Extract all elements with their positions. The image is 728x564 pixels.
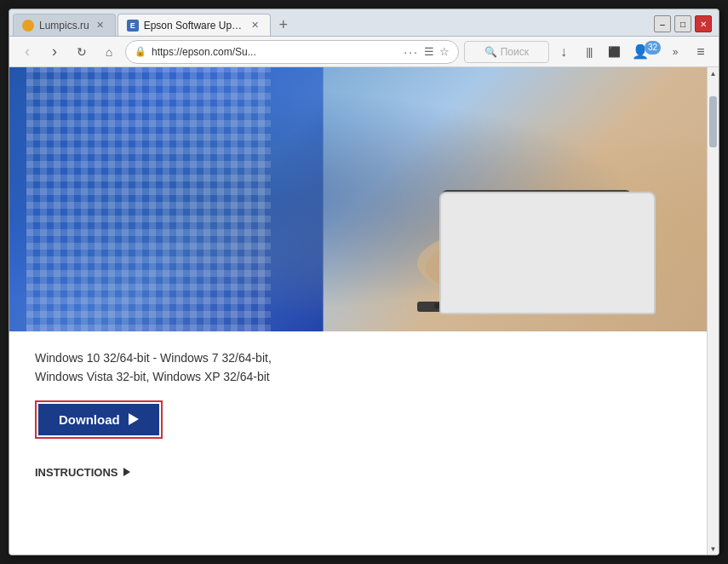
search-icon: 🔍 Поиск <box>464 41 549 63</box>
svg-rect-1 <box>450 198 623 291</box>
tab-favicon-lumpics <box>22 20 34 32</box>
home-button[interactable]: ⌂ <box>98 41 120 63</box>
page-content: Windows 10 32/64-bit - Windows 7 32/64-b… <box>9 67 719 555</box>
tab-lumpics[interactable]: Lumpics.ru ✕ <box>13 14 116 36</box>
shirt-pattern <box>26 67 271 331</box>
instructions-link[interactable]: INSTRUCTIONS <box>35 466 681 479</box>
maximize-button[interactable]: □ <box>674 15 691 32</box>
content-body: Windows 10 32/64-bit - Windows 7 32/64-b… <box>9 331 707 496</box>
tab-group: Lumpics.ru ✕ E Epson Software Updater | … <box>13 14 654 36</box>
nav-bar: ‹ › ↻ ⌂ 🔒 https://epson.com/Su... ··· ☰ … <box>9 37 719 67</box>
scrollbar-down-arrow[interactable]: ▼ <box>708 543 719 555</box>
reader-nav-icon[interactable]: ⬛ <box>604 41 626 63</box>
download-button[interactable]: Download <box>38 404 159 435</box>
tab-close-lumpics[interactable]: ✕ <box>95 20 106 32</box>
bookmark-icon[interactable]: ☆ <box>439 45 450 58</box>
tab-label-lumpics: Lumpics.ru <box>39 20 89 32</box>
svg-rect-2 <box>417 302 656 312</box>
laptop-graphic <box>409 182 664 319</box>
address-more-icon[interactable]: ··· <box>404 45 419 59</box>
search-glass-icon: 🔍 <box>484 46 497 58</box>
tab-epson[interactable]: E Epson Software Updater | Epson... ✕ <box>118 14 271 36</box>
svg-point-6 <box>519 239 639 287</box>
instructions-label: INSTRUCTIONS <box>35 466 118 479</box>
minimize-button[interactable]: – <box>654 15 671 32</box>
svg-rect-0 <box>443 191 630 302</box>
tab-label-epson: Epson Software Updater | Epson... <box>144 20 244 32</box>
pocket-icon[interactable]: ☰ <box>424 45 434 58</box>
instructions-arrow-icon <box>123 468 130 476</box>
address-bar[interactable]: 🔒 https://epson.com/Su... ··· ☰ ☆ <box>125 40 459 64</box>
extensions-badge: 32 <box>645 41 661 55</box>
title-bar: Lumpics.ru ✕ E Epson Software Updater | … <box>9 9 719 37</box>
scrollbar[interactable]: ▲ ▼ <box>707 67 719 555</box>
svg-point-4 <box>417 225 639 302</box>
download-button-wrapper: Download <box>35 400 163 439</box>
download-button-label: Download <box>59 412 120 427</box>
library-nav-icon[interactable]: ||| <box>578 41 600 63</box>
scrollable-content: Windows 10 32/64-bit - Windows 7 32/64-b… <box>9 67 707 555</box>
scrollbar-thumb[interactable] <box>709 96 717 147</box>
download-nav-icon[interactable]: ↓ <box>553 41 575 63</box>
refresh-button[interactable]: ↻ <box>71 41 93 63</box>
tab-close-epson[interactable]: ✕ <box>249 20 261 32</box>
os-text-line1: Windows 10 32/64-bit - Windows 7 32/64-b… <box>35 348 681 367</box>
forward-button[interactable]: › <box>43 41 66 63</box>
hands-graphic <box>409 221 647 306</box>
play-icon <box>129 413 139 425</box>
menu-icon[interactable]: ≡ <box>690 41 712 63</box>
os-text-line2: Windows Vista 32-bit, Windows XP 32/64-b… <box>35 367 681 386</box>
svg-point-5 <box>426 242 528 293</box>
browser-window: Lumpics.ru ✕ E Epson Software Updater | … <box>9 9 719 555</box>
scrollbar-up-arrow[interactable]: ▲ <box>708 67 719 79</box>
window-controls: – □ ✕ <box>654 15 712 32</box>
back-button[interactable]: ‹ <box>16 41 38 63</box>
scrollbar-track[interactable] <box>708 79 719 543</box>
tab-favicon-epson: E <box>127 20 139 32</box>
hero-image <box>9 67 707 331</box>
nav-icons-right: 🔍 Поиск ↓ ||| ⬛ 👤 32 » ≡ <box>464 41 712 63</box>
extensions-group: 👤 32 <box>629 41 661 63</box>
new-tab-button[interactable]: + <box>272 14 295 36</box>
os-compatibility-text: Windows 10 32/64-bit - Windows 7 32/64-b… <box>35 348 681 387</box>
svg-rect-3 <box>434 303 639 308</box>
more-tools-icon[interactable]: » <box>664 41 686 63</box>
address-text: https://epson.com/Su... <box>152 46 398 58</box>
close-button[interactable]: ✕ <box>695 15 712 32</box>
lock-icon: 🔒 <box>135 46 146 57</box>
